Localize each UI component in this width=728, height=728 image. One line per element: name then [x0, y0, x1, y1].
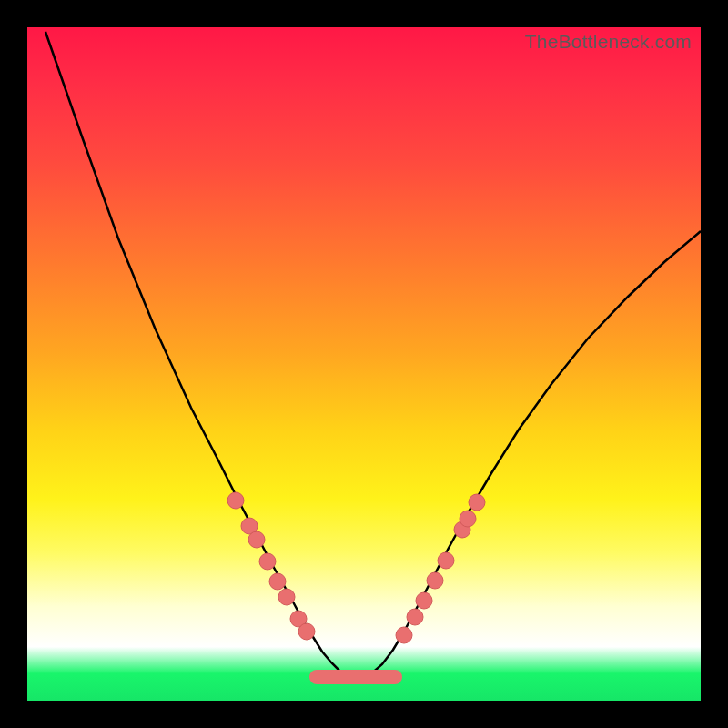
marker-dot [460, 511, 476, 527]
marker-dot [228, 492, 244, 509]
marker-dot [407, 609, 423, 625]
marker-dot [438, 552, 454, 569]
chart-svg [27, 27, 701, 701]
marker-dot [396, 627, 412, 643]
marker-dot [278, 589, 295, 605]
markers-right-group [396, 494, 485, 643]
marker-dot [248, 531, 265, 548]
marker-dot [427, 572, 443, 589]
v-curve-line [46, 32, 701, 679]
marker-dot [269, 573, 286, 590]
marker-dot [416, 592, 432, 609]
marker-dot [298, 623, 315, 640]
gradient-plot-area: TheBottleneck.com [27, 27, 701, 701]
markers-left-group [228, 492, 315, 640]
marker-dot [259, 553, 276, 570]
marker-dot [469, 494, 485, 511]
chart-container: TheBottleneck.com [0, 0, 728, 728]
